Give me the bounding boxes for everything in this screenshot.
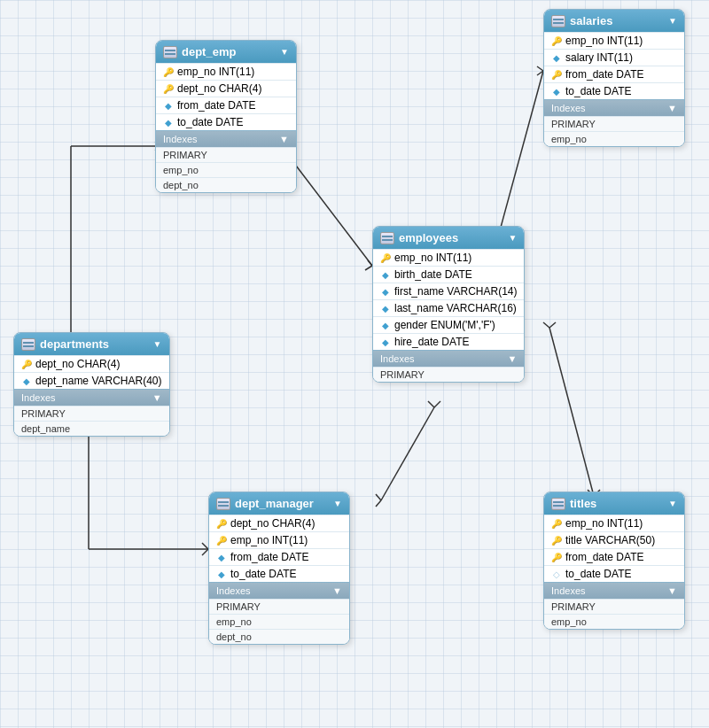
table-header-dept_emp[interactable]: dept_emp ▼ xyxy=(156,41,296,63)
table-field: 🔑 title VARCHAR(50) xyxy=(544,531,684,548)
svg-line-22 xyxy=(381,407,434,500)
table-field: ◆ from_date DATE xyxy=(209,548,349,565)
dropdown-arrow[interactable]: ▼ xyxy=(668,16,677,26)
dropdown-arrow[interactable]: ▼ xyxy=(153,339,162,349)
table-header-titles[interactable]: titles ▼ xyxy=(544,492,684,515)
field-text: last_name VARCHAR(16) xyxy=(394,302,517,314)
table-header-salaries[interactable]: salaries ▼ xyxy=(544,10,684,32)
field-icon: 🔑 xyxy=(163,66,174,77)
field-text: emp_no INT(11) xyxy=(177,66,254,78)
field-text: dept_no CHAR(4) xyxy=(35,358,120,370)
svg-line-30 xyxy=(202,549,208,555)
svg-line-21 xyxy=(549,322,556,328)
field-icon: 🔑 xyxy=(21,359,32,369)
dropdown-arrow[interactable]: ▼ xyxy=(509,233,518,243)
indexes-dropdown[interactable]: ▼ xyxy=(152,392,162,403)
field-text: title VARCHAR(50) xyxy=(565,534,655,546)
table-employees: employees ▼ 🔑 emp_no INT(11) ◆ birth_dat… xyxy=(372,226,525,383)
field-icon: 🔑 xyxy=(551,35,562,46)
table-header-departments[interactable]: departments ▼ xyxy=(14,333,169,355)
svg-line-17 xyxy=(549,328,594,496)
index-item: PRIMARY xyxy=(544,116,684,131)
index-item: PRIMARY xyxy=(373,367,524,382)
indexes-dropdown[interactable]: ▼ xyxy=(667,103,677,113)
table-field: ◆ hire_date DATE xyxy=(373,333,524,350)
table-field: ◆ dept_name VARCHAR(40) xyxy=(14,372,169,389)
index-item: emp_no xyxy=(544,131,684,146)
field-text: dept_no CHAR(4) xyxy=(230,517,315,530)
dropdown-arrow[interactable]: ▼ xyxy=(668,499,677,508)
indexes-header[interactable]: Indexes ▼ xyxy=(14,389,169,406)
table-field: 🔑 emp_no INT(11) xyxy=(209,531,349,548)
table-title: titles xyxy=(570,497,596,510)
table-field: ◆ first_name VARCHAR(14) xyxy=(373,283,524,299)
table-field: 🔑 dept_no CHAR(4) xyxy=(209,515,349,531)
table-dept_manager: dept_manager ▼ 🔑 dept_no CHAR(4) 🔑 emp_n… xyxy=(208,492,350,645)
field-icon: ◆ xyxy=(216,569,227,579)
index-item: emp_no xyxy=(156,162,296,177)
index-item: PRIMARY xyxy=(14,406,169,421)
table-field: 🔑 dept_no CHAR(4) xyxy=(156,80,296,97)
table-field: ◆ from_date DATE xyxy=(156,97,296,113)
indexes-header[interactable]: Indexes ▼ xyxy=(209,582,349,599)
indexes-header[interactable]: Indexes ▼ xyxy=(156,130,296,147)
db-icon xyxy=(216,498,230,510)
table-field: ◆ gender ENUM('M','F') xyxy=(373,316,524,333)
table-field: ◆ to_date DATE xyxy=(156,113,296,130)
field-text: to_date DATE xyxy=(230,568,296,580)
table-header-employees[interactable]: employees ▼ xyxy=(373,227,524,249)
field-text: emp_no INT(11) xyxy=(230,534,308,546)
index-item: PRIMARY xyxy=(209,599,349,614)
field-text: emp_no INT(11) xyxy=(565,517,643,530)
field-text: from_date DATE xyxy=(565,551,643,563)
field-icon: 🔑 xyxy=(163,83,174,94)
svg-line-15 xyxy=(537,66,543,71)
table-titles: titles ▼ 🔑 emp_no INT(11) 🔑 title VARCHA… xyxy=(543,492,685,630)
indexes-dropdown[interactable]: ▼ xyxy=(332,585,342,596)
dropdown-arrow[interactable]: ▼ xyxy=(333,499,342,508)
indexes-dropdown[interactable]: ▼ xyxy=(667,585,677,596)
indexes-header[interactable]: Indexes ▼ xyxy=(544,99,684,116)
table-header-dept_manager[interactable]: dept_manager ▼ xyxy=(209,492,349,515)
field-text: to_date DATE xyxy=(177,116,243,128)
field-icon: 🔑 xyxy=(551,69,562,80)
table-title: departments xyxy=(40,337,109,351)
table-field: ◆ to_date DATE xyxy=(544,82,684,99)
field-icon: ◆ xyxy=(163,100,174,111)
indexes-dropdown[interactable]: ▼ xyxy=(508,353,518,364)
svg-line-12 xyxy=(496,71,543,244)
index-item: PRIMARY xyxy=(544,599,684,614)
svg-line-20 xyxy=(543,322,549,328)
field-text: from_date DATE xyxy=(565,68,643,81)
field-icon: ◆ xyxy=(163,117,174,128)
indexes-header[interactable]: Indexes ▼ xyxy=(373,350,524,367)
table-departments: departments ▼ 🔑 dept_no CHAR(4) ◆ dept_n… xyxy=(13,332,170,437)
field-icon: ◆ xyxy=(380,303,391,314)
table-title: dept_emp xyxy=(182,45,236,58)
field-text: birth_date DATE xyxy=(394,268,472,281)
table-field: 🔑 dept_no CHAR(4) xyxy=(14,355,169,372)
table-field: ◆ salary INT(11) xyxy=(544,49,684,66)
svg-line-26 xyxy=(434,401,440,407)
table-field: ◇ to_date DATE xyxy=(544,565,684,582)
indexes-label: Indexes xyxy=(216,585,251,596)
table-field: 🔑 from_date DATE xyxy=(544,66,684,82)
db-icon xyxy=(551,498,565,510)
db-icon xyxy=(380,232,394,244)
field-text: to_date DATE xyxy=(565,568,631,580)
indexes-label: Indexes xyxy=(163,134,198,144)
index-item: dept_no xyxy=(209,629,349,644)
field-icon: 🔑 xyxy=(216,518,227,529)
field-icon: ◆ xyxy=(551,86,562,97)
dropdown-arrow[interactable]: ▼ xyxy=(280,47,289,57)
table-field: 🔑 emp_no INT(11) xyxy=(156,63,296,80)
field-icon: ◆ xyxy=(380,269,391,280)
field-text: dept_no CHAR(4) xyxy=(177,82,261,95)
table-field: ◆ last_name VARCHAR(16) xyxy=(373,299,524,316)
indexes-header[interactable]: Indexes ▼ xyxy=(544,582,684,599)
indexes-dropdown[interactable]: ▼ xyxy=(279,134,289,144)
field-icon: 🔑 xyxy=(551,552,562,562)
table-title: salaries xyxy=(570,14,612,27)
table-field: 🔑 emp_no INT(11) xyxy=(544,515,684,531)
db-icon xyxy=(163,46,177,58)
